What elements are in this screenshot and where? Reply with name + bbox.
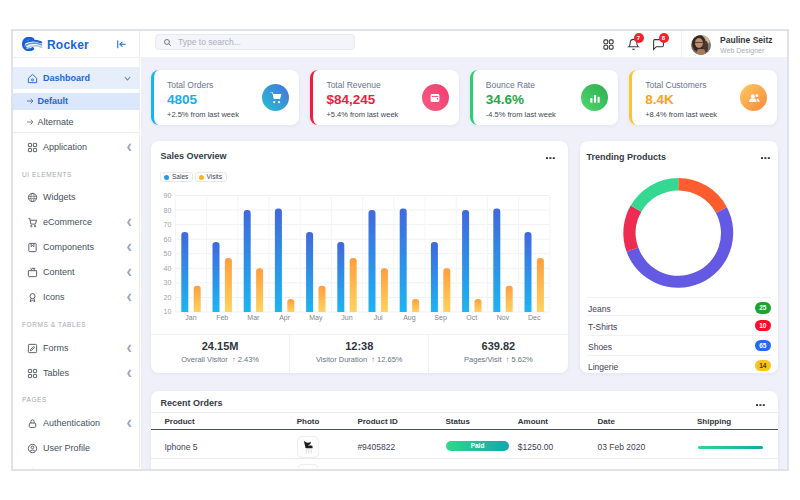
svg-text:Apr: Apr: [279, 314, 291, 322]
svg-text:Nov: Nov: [497, 314, 510, 321]
svg-text:Oct: Oct: [466, 314, 477, 321]
svg-text:60: 60: [164, 235, 172, 242]
svg-text:80: 80: [164, 206, 172, 213]
svg-text:30: 30: [164, 279, 172, 286]
svg-text:Jan: Jan: [185, 314, 196, 321]
svg-text:Jul: Jul: [374, 314, 383, 321]
svg-text:90: 90: [164, 191, 172, 198]
svg-text:Sep: Sep: [434, 314, 447, 322]
svg-text:Feb: Feb: [216, 314, 228, 321]
svg-text:May: May: [309, 314, 323, 322]
svg-text:10: 10: [164, 308, 172, 315]
svg-text:40: 40: [164, 264, 172, 271]
svg-text:Dec: Dec: [528, 314, 541, 321]
svg-text:Jun: Jun: [341, 314, 352, 321]
svg-text:50: 50: [164, 250, 172, 257]
svg-text:20: 20: [164, 293, 172, 300]
svg-text:Aug: Aug: [403, 314, 416, 322]
svg-text:Mar: Mar: [247, 314, 260, 321]
svg-text:70: 70: [164, 221, 172, 228]
